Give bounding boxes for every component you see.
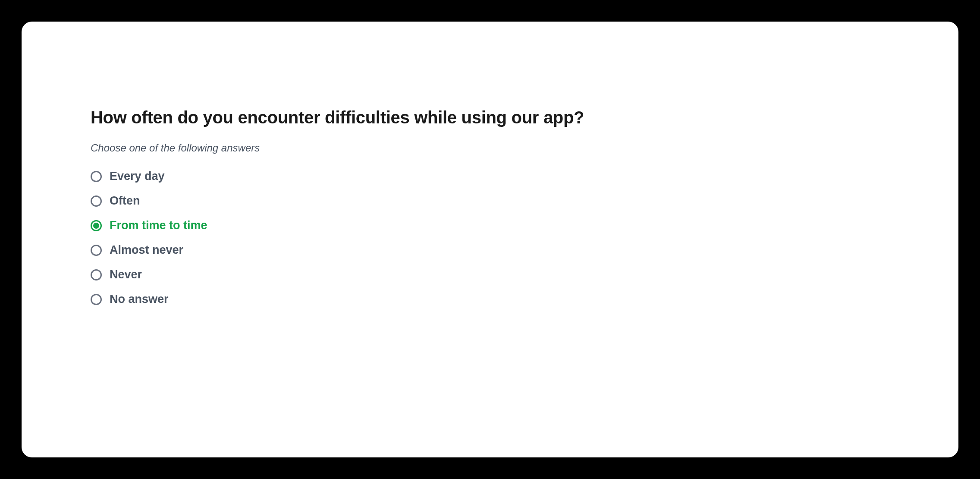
option-never[interactable]: Never: [91, 268, 889, 281]
option-label: From time to time: [110, 219, 207, 232]
option-label: No answer: [110, 293, 169, 306]
option-label: Almost never: [110, 243, 183, 257]
option-almost-never[interactable]: Almost never: [91, 243, 889, 257]
radio-icon: [91, 294, 102, 305]
survey-card: How often do you encounter difficulties …: [22, 22, 958, 457]
option-no-answer[interactable]: No answer: [91, 293, 889, 306]
radio-icon-selected: [91, 220, 102, 231]
radio-icon: [91, 245, 102, 256]
radio-icon: [91, 195, 102, 207]
option-every-day[interactable]: Every day: [91, 170, 889, 183]
option-label: Every day: [110, 170, 165, 183]
option-often[interactable]: Often: [91, 194, 889, 208]
question-title: How often do you encounter difficulties …: [91, 108, 889, 127]
radio-icon: [91, 269, 102, 280]
radio-icon: [91, 171, 102, 182]
option-from-time-to-time[interactable]: From time to time: [91, 219, 889, 232]
option-label: Often: [110, 194, 140, 208]
option-label: Never: [110, 268, 142, 281]
options-group: Every day Often From time to time Almost…: [91, 170, 889, 306]
question-instruction: Choose one of the following answers: [91, 142, 889, 154]
